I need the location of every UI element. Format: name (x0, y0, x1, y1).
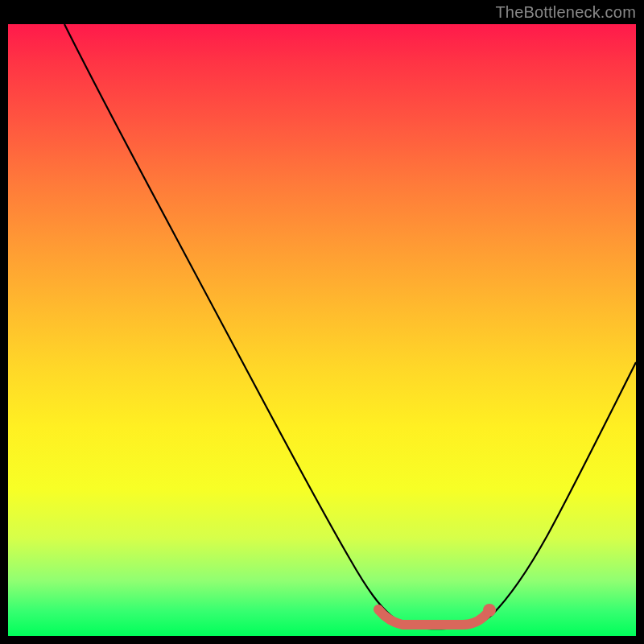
optimal-band-path (378, 609, 486, 625)
chart-container: TheBottleneck.com (0, 0, 644, 644)
gradient-plot-area (8, 24, 636, 636)
optimal-end-dot (483, 604, 496, 617)
chart-svg (8, 24, 636, 636)
watermark-text: TheBottleneck.com (495, 3, 636, 22)
bottleneck-curve-path (64, 24, 636, 629)
